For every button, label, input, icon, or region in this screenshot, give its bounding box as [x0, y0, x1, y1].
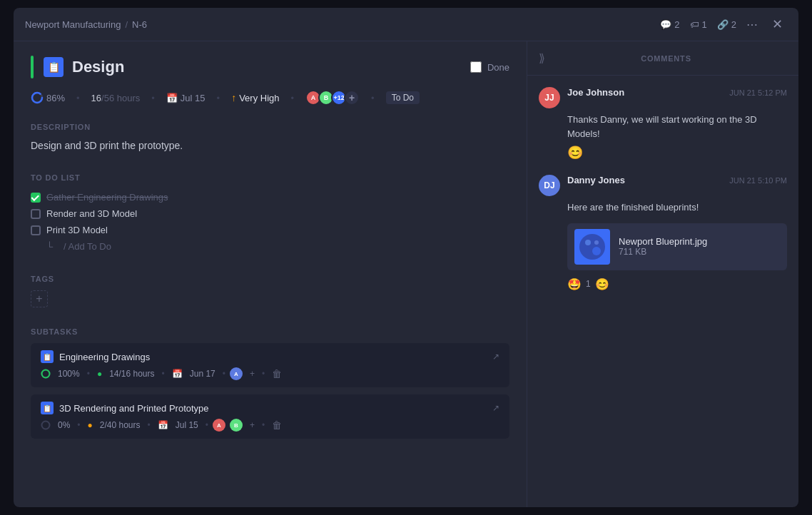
calendar-icon-s2: 📅	[158, 420, 168, 430]
subtask-2-title: 3D Rendering and Printed Prototype	[59, 403, 209, 414]
links-meta: 🔗 2	[717, 19, 736, 30]
progress-item: 86%	[31, 91, 65, 104]
svg-point-8	[594, 240, 599, 245]
comment-1: JJ Joe Johnson JUN 21 5:12 PM Thanks Dan…	[539, 87, 787, 160]
subtask-2-add-btn[interactable]: +	[250, 420, 255, 430]
progress-text: 86%	[46, 93, 65, 103]
todo-item-3: Print 3D Model	[31, 222, 509, 238]
subtask-1-delete[interactable]: 🗑	[272, 368, 282, 379]
header-actions: 💬 2 🏷 1 🔗 2 ⋯ ✕	[660, 15, 787, 34]
avatar-add[interactable]: +	[344, 90, 360, 106]
tags-icon: 🏷	[690, 19, 699, 30]
comment-2: DJ Danny Jones JUN 21 5:10 PM Here are t…	[539, 175, 787, 291]
subtask-2-delete[interactable]: 🗑	[272, 419, 282, 431]
modal-body: 📋 Design Done	[14, 41, 798, 507]
subtask-1-progress-svg	[41, 369, 51, 379]
comments-icon: 💬	[660, 19, 671, 30]
breadcrumb-project[interactable]: Newport Manufacturing	[25, 19, 121, 30]
subtask-2-icon: 📋	[41, 402, 54, 414]
comment-2-avatar: DJ	[539, 175, 560, 196]
comments-panel: ⟫ COMMENTS JJ Joe Johnson JUN 21 5:12 PM	[527, 41, 798, 507]
todo-add-placeholder[interactable]: / Add To Do	[64, 241, 111, 252]
calendar-icon: 📅	[166, 93, 178, 103]
description-text[interactable]: Design and 3D print the prototype.	[31, 138, 509, 153]
modal-header: Newport Manufacturing / N-6 💬 2 🏷 1 🔗	[14, 8, 798, 41]
comment-2-text: Here are the finished blueprints!	[567, 200, 787, 215]
links-count: 2	[731, 19, 736, 30]
subtask-1-external-icon[interactable]: ↗	[492, 352, 499, 362]
subtask-2-title-row: 📋 3D Rendering and Printed Prototype ↗	[41, 402, 499, 414]
task-icon-inner: 📋	[44, 57, 64, 77]
todo-check-1[interactable]	[31, 193, 41, 203]
done-checkbox[interactable]	[470, 61, 482, 73]
comment-2-header: DJ Danny Jones JUN 21 5:10 PM	[539, 175, 787, 196]
attachment-info: Newport Blueprint.jpg 711 KB	[619, 236, 707, 257]
todo-item-2: Render and 3D Model	[31, 205, 509, 222]
priority-badge[interactable]: ↑ Very High	[231, 92, 279, 103]
comment-2-meta: Danny Jones JUN 21 5:10 PM	[567, 175, 787, 185]
subtask-1-status-dot: ●	[97, 369, 102, 379]
attachment-preview-icon	[578, 233, 607, 261]
breadcrumb-sep: /	[125, 19, 128, 30]
comments-meta: 💬 2	[660, 19, 679, 30]
subtask-1-hours: 14/16 hours	[109, 369, 154, 379]
done-label: Done	[487, 62, 509, 73]
hours-text: 16/56 hours	[91, 93, 141, 103]
close-button[interactable]: ✕	[768, 15, 787, 34]
header-meta: 💬 2 🏷 1 🔗 2	[660, 19, 736, 30]
progress-value: 86	[46, 93, 56, 103]
attachment-card[interactable]: Newport Blueprint.jpg 711 KB	[567, 223, 787, 270]
subtask-1-meta: 100% • ● 14/16 hours • 📅 Jun 17 • A + • …	[41, 367, 499, 380]
collapse-button[interactable]: ⟫	[539, 51, 545, 65]
more-button[interactable]: ⋯	[745, 16, 759, 33]
comment-2-attachment-area: Newport Blueprint.jpg 711 KB	[567, 223, 787, 270]
comment-1-author: Joe Johnson	[567, 87, 624, 98]
tags-label: TAGS	[31, 275, 509, 283]
subtask-1-title: Engineering Drawings	[59, 352, 150, 362]
priority-text: Very High	[239, 93, 279, 103]
comment-1-header: JJ Joe Johnson JUN 21 5:12 PM	[539, 87, 787, 108]
todo-text-1: Gather Engineering Drawings	[46, 192, 168, 203]
subtask-1-add-btn[interactable]: +	[250, 369, 255, 379]
svg-point-7	[592, 247, 601, 255]
todo-item-1: Gather Engineering Drawings	[31, 189, 509, 205]
hours-item: 16/56 hours	[91, 93, 141, 103]
subtask-1-left: 📋 Engineering Drawings	[41, 350, 150, 363]
comments-header: ⟫ COMMENTS	[527, 41, 798, 76]
due-date[interactable]: Jul 15	[181, 93, 205, 103]
priority-arrow-icon: ↑	[231, 92, 236, 103]
comment-2-author: Danny Jones	[567, 175, 625, 185]
comments-list: JJ Joe Johnson JUN 21 5:12 PM Thanks Dan…	[527, 76, 798, 507]
comments-count: 2	[674, 19, 679, 30]
breadcrumb-id[interactable]: N-6	[132, 19, 147, 30]
svg-point-5	[579, 234, 605, 260]
assignees-avatars: A B +12 +	[305, 90, 360, 106]
todo-check-3[interactable]	[31, 225, 41, 235]
main-panel: 📋 Design Done	[14, 41, 527, 507]
attachment-size: 711 KB	[619, 247, 707, 257]
add-tag-button[interactable]: +	[31, 290, 48, 307]
task-title[interactable]: Design	[72, 58, 124, 76]
date-item: 📅 Jul 15	[166, 93, 205, 103]
todo-list: TO DO LIST Gather Engineering Drawings R…	[31, 173, 509, 255]
subtask-2-progress: 0%	[58, 420, 70, 430]
subtask-2-progress-svg	[41, 420, 51, 430]
comment-1-emoji-btn[interactable]: 😊	[567, 145, 787, 160]
comment-2-body: Here are the finished blueprints!	[539, 200, 787, 291]
description-label: DESCRIPTION	[31, 123, 509, 131]
status-text: To Do	[392, 93, 414, 103]
todo-text-3: Print 3D Model	[46, 225, 108, 235]
status-badge[interactable]: To Do	[386, 91, 420, 104]
reaction-add-btn[interactable]: 😊	[595, 277, 609, 291]
todo-text-2: Render and 3D Model	[46, 208, 137, 219]
todo-check-2[interactable]	[31, 209, 41, 219]
reaction-emoji[interactable]: 🤩	[567, 277, 582, 291]
subtask-2-external-icon[interactable]: ↗	[492, 403, 499, 413]
subtasks-label: SUBTASKS	[31, 327, 509, 336]
subtask-item-1: 📋 Engineering Drawings ↗ 100% •	[31, 343, 509, 387]
svg-point-6	[585, 240, 591, 245]
todo-label: TO DO LIST	[31, 173, 509, 182]
subtask-1-progress: 100%	[58, 369, 80, 379]
subtask-1-avatar: A	[230, 367, 243, 380]
svg-point-1	[32, 93, 42, 103]
